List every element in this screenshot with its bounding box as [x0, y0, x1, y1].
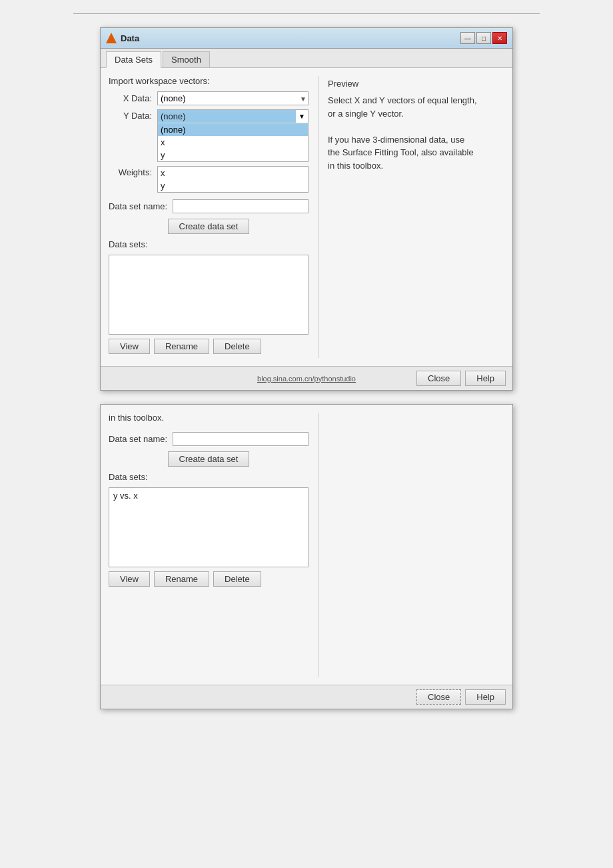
minimize-button[interactable]: —	[460, 32, 475, 44]
weights-listbox[interactable]: x y	[157, 166, 308, 193]
content-area: Import workspace vectors: X Data: (none)…	[101, 68, 512, 366]
y-data-combobox[interactable]: (none) ▼ (none) x y	[157, 109, 308, 162]
window2-delete-button[interactable]: Delete	[213, 571, 261, 587]
y-data-input-row: (none) ▼	[158, 110, 308, 123]
window2-help-button[interactable]: Help	[465, 689, 506, 705]
window2: in this toolbox. Data set name: Create d…	[100, 404, 513, 709]
data-set-name-row: Data set name:	[109, 199, 308, 213]
app-icon	[106, 33, 117, 43]
window2-data-set-item[interactable]: y vs. x	[111, 489, 306, 502]
v-separator	[318, 76, 318, 358]
window-title: Data	[121, 33, 139, 43]
close-button[interactable]: ✕	[492, 32, 507, 44]
window2-left-panel: in this toolbox. Data set name: Create d…	[109, 413, 308, 677]
y-data-item-x[interactable]: x	[158, 136, 308, 149]
y-data-list-container: (none) ▼ (none) x y	[157, 109, 308, 162]
window2-rename-button[interactable]: Rename	[154, 571, 209, 587]
weights-list-container: x y	[157, 166, 308, 193]
watermark: blog.sina.com.cn/pythonstudio	[257, 375, 356, 383]
window2-close-button[interactable]: Close	[416, 689, 461, 705]
top-divider	[73, 13, 540, 14]
tab-smooth[interactable]: Smooth	[163, 51, 210, 67]
rename-button[interactable]: Rename	[154, 339, 209, 354]
window2-action-buttons-row: View Rename Delete	[109, 571, 308, 587]
x-data-label: X Data:	[109, 93, 152, 103]
action-buttons-row: View Rename Delete	[109, 339, 308, 354]
window2-create-data-set-btn-row: Create data set	[109, 451, 308, 467]
close-bottom-button[interactable]: Close	[416, 371, 461, 386]
window2-create-data-set-button[interactable]: Create data set	[168, 451, 250, 467]
right-panel: Preview Select X and Y vectors of equal …	[328, 76, 504, 358]
x-data-dropdown-wrapper: (none) x y ▼	[157, 91, 308, 105]
bottom-bar: blog.sina.com.cn/pythonstudio Close Help	[101, 366, 512, 390]
data-set-name-input[interactable]	[173, 199, 308, 213]
create-data-set-button[interactable]: Create data set	[168, 219, 250, 234]
window-controls: — □ ✕	[460, 32, 507, 44]
title-bar-left: Data	[106, 33, 139, 43]
preview-line-1: Select X and Y vectors of equal length,	[328, 95, 477, 105]
window2-data-set-name-input[interactable]	[173, 432, 308, 446]
y-data-dropdown-list: (none) x y	[158, 123, 308, 161]
window2-v-separator	[318, 413, 318, 677]
weights-item-y[interactable]: y	[158, 179, 308, 192]
window2-partial-text: in this toolbox.	[109, 413, 308, 423]
tab-data-sets[interactable]: Data Sets	[106, 51, 161, 68]
preview-line-3: If you have 3-dimensional data, use	[328, 135, 464, 145]
x-data-select[interactable]: (none) x y	[157, 91, 308, 105]
weights-label: Weights:	[109, 166, 152, 177]
data-sets-label: Data sets:	[109, 239, 308, 249]
help-button[interactable]: Help	[465, 371, 506, 386]
window2-right-panel	[328, 413, 504, 677]
window2-content-area: in this toolbox. Data set name: Create d…	[101, 405, 512, 685]
window2-bottom-bar: Close Help	[101, 685, 512, 709]
page-wrapper: Data — □ ✕ Data Sets Smooth Import works…	[0, 0, 613, 723]
y-data-item-none[interactable]: (none)	[158, 123, 308, 136]
preview-line-5: in this toolbox.	[328, 161, 383, 171]
window2-data-sets-label: Data sets:	[109, 472, 308, 482]
create-data-set-btn-row: Create data set	[109, 219, 308, 234]
preview-title: Preview	[328, 79, 504, 89]
y-data-dropdown-arrow-btn[interactable]: ▼	[296, 111, 308, 121]
view-button[interactable]: View	[109, 339, 150, 354]
tab-bar: Data Sets Smooth	[101, 49, 512, 68]
import-label: Import workspace vectors:	[109, 76, 308, 86]
weights-item-x[interactable]: x	[158, 167, 308, 179]
y-data-item-y[interactable]: y	[158, 149, 308, 161]
x-data-row: X Data: (none) x y ▼	[109, 91, 308, 105]
preview-line-2: or a single Y vector.	[328, 109, 404, 119]
weights-row: Weights: x y	[109, 166, 308, 193]
restore-button[interactable]: □	[476, 32, 491, 44]
preview-line-4: the Surface Fitting Tool, also available	[328, 147, 474, 157]
window2-view-button[interactable]: View	[109, 571, 150, 587]
left-panel: Import workspace vectors: X Data: (none)…	[109, 76, 308, 358]
delete-button[interactable]: Delete	[213, 339, 261, 354]
y-data-label: Y Data:	[109, 109, 152, 121]
window2-data-sets-listbox[interactable]: y vs. x	[109, 487, 308, 567]
data-sets-listbox[interactable]	[109, 255, 308, 335]
window2-data-set-name-row: Data set name:	[109, 432, 308, 446]
preview-text: Select X and Y vectors of equal length, …	[328, 94, 504, 172]
preview-section: Preview Select X and Y vectors of equal …	[328, 79, 504, 172]
window1: Data — □ ✕ Data Sets Smooth Import works…	[100, 27, 513, 391]
data-set-name-label: Data set name:	[109, 201, 167, 211]
title-bar: Data — □ ✕	[101, 28, 512, 49]
y-data-row: Y Data: (none) ▼ (none) x y	[109, 109, 308, 162]
y-data-selected-value[interactable]: (none)	[158, 110, 296, 123]
window2-data-set-name-label: Data set name:	[109, 434, 167, 444]
